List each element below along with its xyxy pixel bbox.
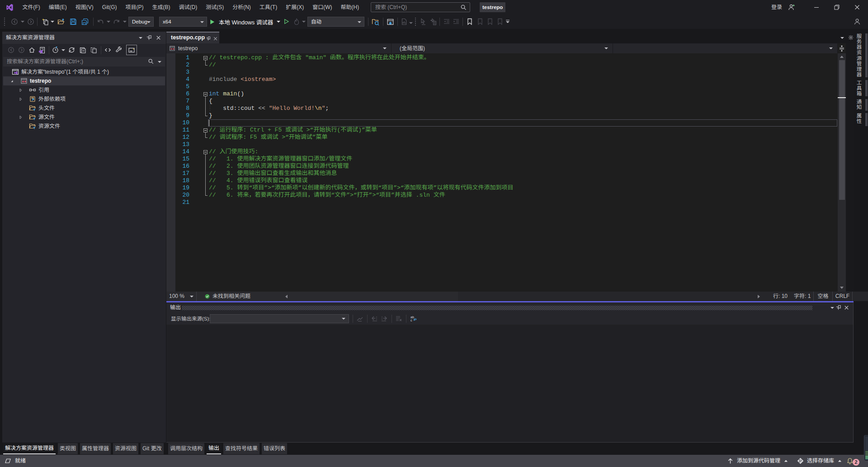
start-without-debugging-icon[interactable] [283, 18, 290, 25]
editor-vertical-scrollbar[interactable] [838, 53, 846, 292]
panel-tab[interactable]: 类视图 [58, 443, 78, 454]
open-file-icon[interactable] [57, 18, 65, 25]
window-position-icon[interactable] [139, 37, 142, 39]
tree-item[interactable]: 解决方案“testrepo”(1 个项目/共 1 个) [3, 67, 165, 76]
navigate-back-dropdown-icon[interactable] [21, 21, 24, 23]
decrease-indent-icon[interactable] [443, 18, 450, 25]
document-tab[interactable]: testrepo.cpp [166, 32, 219, 43]
clear-all-icon[interactable] [395, 315, 402, 322]
sign-in-button[interactable]: 登录 [771, 0, 782, 14]
search-options-icon[interactable] [158, 61, 161, 63]
panel-tab[interactable]: 错误列表 [262, 443, 287, 454]
line-indicator[interactable]: 行: 10 [773, 292, 788, 301]
pin-icon[interactable] [835, 304, 842, 311]
previous-message-icon[interactable] [371, 315, 378, 322]
preview-selected-items-toggle[interactable] [126, 45, 137, 55]
window-position-icon[interactable] [830, 307, 834, 309]
refresh-icon[interactable] [68, 47, 75, 53]
char-indicator[interactable]: 字符: 1 [794, 292, 811, 301]
menu-item[interactable]: 编辑(E) [44, 0, 71, 14]
scope-dropdown[interactable]: (全局范围) [392, 43, 613, 53]
tree-item[interactable]: 源文件 [3, 113, 165, 122]
hot-reload-dropdown-icon[interactable] [302, 21, 306, 23]
panel-tab[interactable]: 属性管理器 [80, 443, 111, 454]
show-all-files-icon[interactable] [90, 47, 97, 54]
auto-hide-tab[interactable]: 工具箱 [854, 80, 868, 96]
scrollbar-thumb[interactable] [839, 60, 845, 200]
undo-dropdown-icon[interactable] [107, 21, 110, 23]
global-search-input[interactable]: 搜索 (Ctrl+Q) [371, 2, 470, 12]
document-health-icon[interactable] [204, 293, 210, 299]
document-health-label[interactable]: 未找到相关问题 [212, 292, 250, 301]
tab-settings-gear-icon[interactable] [848, 34, 854, 41]
new-project-dropdown-icon[interactable] [51, 21, 54, 23]
tree-item[interactable]: 头文件 [3, 104, 165, 113]
solution-explorer-search-input[interactable]: 搜索解决方案资源管理器(Ctrl+;) [3, 57, 165, 66]
panel-tab[interactable]: 输出 [207, 443, 221, 454]
zoom-control[interactable]: 100 % [169, 292, 193, 301]
code-metrics-dropdown-icon[interactable] [409, 22, 413, 24]
add-to-source-control-button[interactable]: 添加到源代码管理 [727, 455, 780, 467]
menu-item[interactable]: 帮助(H) [336, 0, 363, 14]
solution-name-badge[interactable]: testrepo [480, 2, 505, 12]
back-icon[interactable] [8, 47, 14, 53]
auto-hide-tab[interactable]: 属性 [854, 113, 868, 126]
expand-expander-icon[interactable] [18, 88, 23, 93]
tree-item[interactable]: testrepo [3, 76, 165, 85]
notification-count-badge[interactable]: 2 [853, 459, 859, 466]
solution-configuration-combo[interactable]: Debug [128, 17, 154, 27]
expand-expander-icon[interactable] [18, 97, 23, 102]
auto-hide-tab[interactable]: 通知 [854, 99, 868, 111]
menu-item[interactable]: 项目(P) [121, 0, 148, 14]
navigate-home-icon[interactable] [387, 18, 394, 26]
auto-hide-tab[interactable]: 服务器资源管理器 [854, 33, 868, 77]
toolbar-overflow-button[interactable] [506, 20, 510, 23]
clear-bookmarks-icon[interactable] [496, 18, 504, 25]
close-button[interactable] [847, 0, 867, 14]
send-feedback-icon[interactable] [854, 18, 861, 25]
navigate-back-icon[interactable] [11, 18, 18, 25]
select-repository-button[interactable]: 选择存储库 [797, 455, 834, 467]
save-all-icon[interactable] [81, 18, 89, 25]
editor-split-handle[interactable] [838, 43, 846, 53]
scroll-left-icon[interactable] [285, 295, 288, 298]
view-code-icon[interactable] [104, 47, 111, 53]
output-title-bar[interactable]: 输出 [166, 302, 853, 313]
restore-button[interactable] [826, 0, 847, 14]
start-debugging-button[interactable]: 本地 Windows 调试器 [209, 16, 280, 27]
output-content[interactable] [166, 325, 853, 442]
menu-item[interactable]: 扩展(X) [282, 0, 308, 14]
scroll-down-icon[interactable] [840, 287, 844, 289]
menu-item[interactable]: Git(G) [98, 0, 121, 14]
menu-item[interactable]: 文件(F) [18, 0, 44, 14]
previous-bookmark-icon[interactable] [476, 18, 484, 25]
menu-item[interactable]: 工具(T) [255, 0, 281, 14]
run-to-cursor-icon[interactable] [429, 18, 437, 25]
hot-reload-icon[interactable] [293, 18, 300, 25]
panel-tab[interactable]: Git 更改 [141, 443, 164, 454]
fold-collapse-icon[interactable] [203, 92, 208, 96]
fold-collapse-icon[interactable] [203, 56, 208, 60]
tree-item[interactable]: 引用 [3, 85, 165, 94]
find-in-files-icon[interactable] [372, 18, 379, 26]
increase-indent-icon[interactable] [453, 18, 460, 25]
whitespace-indicator[interactable]: 空格 [813, 292, 832, 301]
toggle-word-wrap-icon[interactable] [410, 315, 418, 322]
next-bookmark-icon[interactable] [486, 18, 494, 25]
filter-dropdown-icon[interactable] [61, 49, 65, 51]
menu-item[interactable]: 生成(B) [148, 0, 175, 14]
goto-source-icon[interactable] [356, 315, 363, 322]
toggle-bookmark-icon[interactable] [466, 18, 473, 25]
minimize-button[interactable] [806, 0, 826, 14]
menu-item[interactable]: 调试(D) [175, 0, 202, 14]
select-pointer-icon[interactable] [420, 18, 427, 25]
document-list-dropdown-icon[interactable] [840, 37, 844, 39]
undo-icon[interactable] [97, 18, 104, 25]
forward-icon[interactable] [18, 47, 25, 53]
collapse-expander-icon[interactable] [9, 79, 14, 84]
collapse-all-icon[interactable] [79, 47, 86, 54]
home-icon[interactable] [28, 47, 35, 53]
panel-tab[interactable]: 查找符号结果 [223, 443, 259, 454]
solution-platform-combo[interactable]: x64 [159, 17, 207, 27]
new-project-icon[interactable] [42, 18, 49, 25]
